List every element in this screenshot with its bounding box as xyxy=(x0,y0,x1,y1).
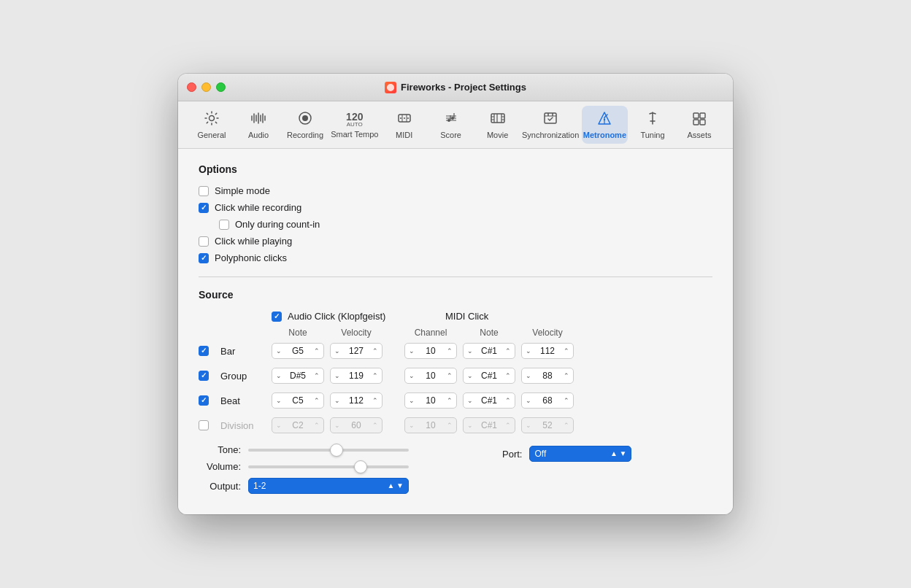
division-mnote-up: ⌃ xyxy=(501,418,515,433)
group-ch-down[interactable]: ⌄ xyxy=(405,368,418,383)
beat-ch-down[interactable]: ⌄ xyxy=(405,393,418,408)
group-ch-up[interactable]: ⌃ xyxy=(443,368,456,383)
beat-mnote-down[interactable]: ⌄ xyxy=(464,393,477,408)
bar-mvel-stepper[interactable]: ⌄ 112 ⌃ xyxy=(521,343,574,359)
beat-vel-down[interactable]: ⌄ xyxy=(331,393,344,408)
beat-note-down[interactable]: ⌄ xyxy=(272,393,285,408)
tone-slider[interactable] xyxy=(248,449,409,452)
bar-checkbox[interactable] xyxy=(199,346,209,356)
tab-recording[interactable]: Recording xyxy=(283,106,327,144)
audio-click-label: Audio Click (Klopfgeist) xyxy=(288,311,385,322)
bar-note-down[interactable]: ⌄ xyxy=(272,344,285,358)
beat-vel-up[interactable]: ⌃ xyxy=(369,393,382,408)
beat-vel-stepper[interactable]: ⌄ 112 ⌃ xyxy=(330,392,383,409)
col-midi-velocity-header: Velocity xyxy=(521,328,574,338)
bar-mnote-val: C#1 xyxy=(477,346,501,356)
division-label: Division xyxy=(220,420,272,431)
group-mvel-stepper[interactable]: ⌄ 88 ⌃ xyxy=(521,368,574,384)
tone-thumb[interactable] xyxy=(330,444,343,457)
group-vel-down[interactable]: ⌄ xyxy=(331,368,344,383)
group-mnote-up[interactable]: ⌃ xyxy=(501,368,515,383)
group-row: Group ⌄ D#5 ⌃ ⌄ 119 ⌃ ⌄ 10 ⌃ xyxy=(199,365,712,386)
tab-metronome[interactable]: Metronome xyxy=(582,106,628,144)
tab-smart-tempo[interactable]: 120 AUTO Smart Tempo xyxy=(330,107,380,143)
group-vel-val: 119 xyxy=(344,371,369,381)
click-playing-checkbox[interactable] xyxy=(199,236,209,247)
bar-mnote-up[interactable]: ⌃ xyxy=(501,344,515,358)
bar-vel-up[interactable]: ⌃ xyxy=(369,344,382,358)
tab-synchronization[interactable]: Synchronization xyxy=(523,106,579,144)
output-label: Output: xyxy=(199,481,241,492)
tone-row: Tone: xyxy=(199,444,491,455)
minimize-button[interactable] xyxy=(201,82,211,92)
volume-thumb[interactable] xyxy=(354,460,367,473)
bar-mvel-down[interactable]: ⌄ xyxy=(522,344,535,358)
tab-audio[interactable]: Audio xyxy=(237,106,280,144)
bar-vel-stepper[interactable]: ⌄ 127 ⌃ xyxy=(330,343,383,359)
beat-note-val: C5 xyxy=(285,395,310,406)
svg-point-7 xyxy=(400,117,401,119)
click-recording-checkbox[interactable] xyxy=(199,203,209,213)
tab-movie[interactable]: Movie xyxy=(476,106,520,144)
group-note-stepper[interactable]: ⌄ D#5 ⌃ xyxy=(272,368,324,384)
bar-mnote-down[interactable]: ⌄ xyxy=(464,344,477,358)
bar-ch-down[interactable]: ⌄ xyxy=(405,344,418,358)
beat-checkbox[interactable] xyxy=(199,395,209,406)
bar-mnote-stepper[interactable]: ⌄ C#1 ⌃ xyxy=(463,343,515,359)
tab-assets[interactable]: Assets xyxy=(677,106,721,144)
close-button[interactable] xyxy=(187,82,196,92)
beat-mnote-up[interactable]: ⌃ xyxy=(501,393,515,408)
maximize-button[interactable] xyxy=(216,82,226,92)
beat-note-up[interactable]: ⌃ xyxy=(310,393,323,408)
tuning-label: Tuning xyxy=(640,131,664,139)
movie-label: Movie xyxy=(487,131,508,139)
beat-ch-up[interactable]: ⌃ xyxy=(443,393,456,408)
bar-ch-up[interactable]: ⌃ xyxy=(443,344,456,358)
division-row: Division ⌄ C2 ⌃ ⌄ 60 ⌃ ⌄ 10 ⌃ xyxy=(199,415,712,436)
division-vel-val: 60 xyxy=(344,420,369,430)
bar-vel-down[interactable]: ⌄ xyxy=(331,344,344,358)
bar-mvel-up[interactable]: ⌃ xyxy=(560,344,573,358)
beat-mnote-stepper[interactable]: ⌄ C#1 ⌃ xyxy=(463,392,515,409)
tab-tuning[interactable]: Tuning xyxy=(631,106,674,144)
bar-mvel-val: 112 xyxy=(535,346,560,356)
group-mnote-down[interactable]: ⌄ xyxy=(464,368,477,383)
audio-click-checkbox[interactable] xyxy=(272,312,282,322)
polyphonic-checkbox[interactable] xyxy=(199,253,209,263)
group-mvel-up[interactable]: ⌃ xyxy=(560,368,573,383)
count-in-checkbox[interactable] xyxy=(219,220,229,230)
bar-note-stepper[interactable]: ⌄ G5 ⌃ xyxy=(272,343,324,359)
beat-note-stepper[interactable]: ⌄ C5 ⌃ xyxy=(272,392,324,409)
group-checkbox[interactable] xyxy=(199,371,209,381)
tab-general[interactable]: General xyxy=(190,106,234,144)
division-mvel-val: 52 xyxy=(535,420,560,430)
svg-point-32 xyxy=(604,119,605,120)
group-note-up[interactable]: ⌃ xyxy=(310,368,323,383)
division-checkbox[interactable] xyxy=(199,420,209,430)
output-select[interactable]: 1-2 ▲ ▼ xyxy=(248,478,409,494)
group-mvel-down[interactable]: ⌄ xyxy=(522,368,535,383)
port-select[interactable]: Off ▲ ▼ xyxy=(529,446,631,462)
group-vel-up[interactable]: ⌃ xyxy=(369,368,382,383)
content-area: Options Simple mode Click while recordin… xyxy=(178,149,733,514)
group-note-down[interactable]: ⌄ xyxy=(272,368,285,383)
volume-slider[interactable] xyxy=(248,465,409,468)
bar-ch-stepper[interactable]: ⌄ 10 ⌃ xyxy=(404,343,457,359)
group-ch-stepper[interactable]: ⌄ 10 ⌃ xyxy=(404,368,457,384)
tab-score[interactable]: Score xyxy=(429,106,473,144)
division-note-up: ⌃ xyxy=(310,418,323,433)
beat-vel-val: 112 xyxy=(344,395,369,406)
beat-label: Beat xyxy=(220,395,272,406)
division-mvel-down: ⌄ xyxy=(522,418,535,433)
beat-mvel-up[interactable]: ⌃ xyxy=(560,393,573,408)
beat-mvel-stepper[interactable]: ⌄ 68 ⌃ xyxy=(521,392,574,409)
beat-mvel-down[interactable]: ⌄ xyxy=(522,393,535,408)
beat-ch-stepper[interactable]: ⌄ 10 ⌃ xyxy=(404,392,457,409)
bar-note-up[interactable]: ⌃ xyxy=(310,344,323,358)
group-mnote-stepper[interactable]: ⌄ C#1 ⌃ xyxy=(463,368,515,384)
project-settings-window: Fireworks - Project Settings General Aud… xyxy=(178,74,733,514)
group-vel-stepper[interactable]: ⌄ 119 ⌃ xyxy=(330,368,383,384)
tab-midi[interactable]: MIDI xyxy=(383,106,426,144)
bar-vel-val: 127 xyxy=(344,346,369,356)
simple-mode-checkbox[interactable] xyxy=(199,186,209,196)
